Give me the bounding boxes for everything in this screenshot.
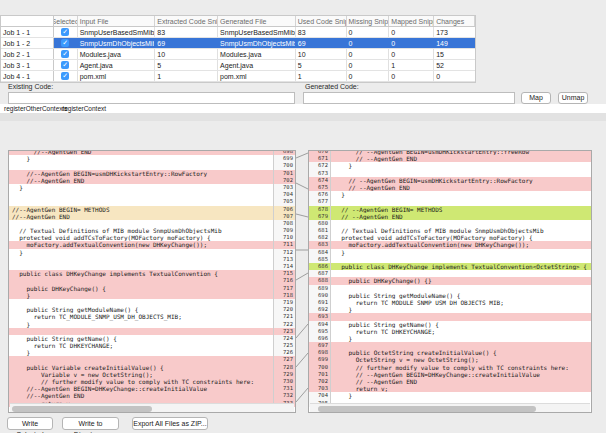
right-code-line-677: 677 <box>309 198 591 205</box>
generated-code-label: Generated Code: <box>305 83 359 90</box>
source-text <box>331 342 591 349</box>
write-to-directory-button[interactable]: Write to Directory... <box>62 417 119 430</box>
left-code-line-728: public Variable createInitialValue() {72… <box>9 364 295 371</box>
job-selected-checkbox-cell[interactable]: ✓ <box>54 60 78 70</box>
job-row-Job1-1[interactable]: Job 1 - 1✓SnmpUserBasedSmMib.java83SnmpU… <box>1 27 475 38</box>
line-number: 700 <box>309 364 331 371</box>
selected-checkbox[interactable]: ✓ <box>61 50 69 58</box>
right-code-line-678: 678 // --AgentGen BEGIN=_METHODS <box>309 206 591 213</box>
source-text: // Textual Definitions of MIB module Snm… <box>331 227 591 234</box>
right-scrollbar-thumb[interactable] <box>318 406 536 412</box>
generated-code-input[interactable] <box>303 92 515 104</box>
source-text: public String getModuleName() { <box>331 292 591 299</box>
existing-code-input[interactable] <box>8 92 295 104</box>
selected-checkbox[interactable]: ✓ <box>61 72 69 80</box>
source-text <box>9 162 273 169</box>
left-code-line-700: 700 <box>9 162 295 169</box>
line-number: 715 <box>273 270 295 277</box>
line-number: 725 <box>273 342 295 349</box>
source-text: //--AgentGen BEGIN=_METHODS <box>9 206 273 213</box>
job-row-Job2-1[interactable]: Job 2 - 1✓Modules.java10Modules.java1000… <box>1 49 475 60</box>
source-text <box>9 277 273 284</box>
source-text <box>331 256 591 263</box>
left-horizontal-scrollbar[interactable] <box>10 403 294 412</box>
right-horizontal-scrollbar[interactable] <box>310 403 590 412</box>
source-text: } <box>9 321 273 328</box>
source-text: // --AgentGen BEGIN=DHKeyChange::createI… <box>331 371 591 378</box>
left-code-line-722: }722 <box>9 321 295 328</box>
line-number: 714 <box>273 263 295 270</box>
source-text: //--AgentGen END <box>9 177 273 184</box>
right-code-line-700: 700 // further modify value to comply wi… <box>309 364 591 371</box>
source-text: public String getName() { <box>331 321 591 328</box>
job-missing-snippets: 0 <box>347 71 390 81</box>
source-text: public DHKeyChange() {} <box>331 277 591 284</box>
left-code-line-705: 705 <box>9 198 295 205</box>
unmap-button[interactable]: Unmap <box>558 92 588 104</box>
job-row-Job4-1[interactable]: Job 4 - 1✓pom.xml1pom.xml1000 <box>1 71 475 82</box>
left-code-line-715: public class DHKeyChange implements Text… <box>9 270 295 277</box>
write-selected-button[interactable]: Write Selected <box>7 417 53 430</box>
source-text: // --AgentGen BEGIN=usmDHKickstartEntry:… <box>331 177 591 184</box>
right-code-line-682: 682 protected void addTCsToFactory(MOFac… <box>309 234 591 241</box>
generated-code-panel[interactable]: 670 // --AgentGen BEGIN=usmDHKickstartEn… <box>308 150 592 413</box>
source-text <box>9 328 273 335</box>
job-used-snippets: 69 <box>296 38 347 48</box>
source-text: // further modify value to comply with T… <box>9 378 273 385</box>
left-scrollbar-thumb[interactable] <box>12 406 152 412</box>
left-code-line-717: public DHKeyChange() {717 <box>9 285 295 292</box>
col-selected: Selected <box>54 16 78 26</box>
job-missing-snippets: 0 <box>347 49 390 59</box>
line-number: 674 <box>309 177 331 184</box>
line-number: 677 <box>309 198 331 205</box>
right-code-line-676: 676 } <box>309 191 591 198</box>
line-number: 683 <box>309 241 331 248</box>
job-selected-checkbox-cell[interactable]: ✓ <box>54 71 78 81</box>
line-number: 732 <box>273 392 295 399</box>
job-input-file: Modules.java <box>78 49 156 59</box>
source-text: // --AgentGen END <box>331 155 591 162</box>
left-code-line-725: return TC_DHKEYCHANGE;725 <box>9 342 295 349</box>
line-number: 720 <box>273 306 295 313</box>
source-text: return TC_DHKEYCHANGE; <box>9 342 273 349</box>
source-text <box>331 170 591 177</box>
line-number: 698 <box>309 349 331 356</box>
existing-code-panel[interactable]: //--AgentGen END698 }699700 //--AgentGen… <box>8 150 296 413</box>
right-code-line-696: 696 } <box>309 335 591 342</box>
selected-checkbox[interactable]: ✓ <box>61 39 69 47</box>
source-text: //--AgentGen END <box>9 392 273 399</box>
job-row-Job1-2[interactable]: Job 1 - 2✓SnmpUsmDhObjectsMib.java69Snmp… <box>1 38 475 49</box>
job-row-Job3-1[interactable]: Job 3 - 1✓Agent.java5Agent.java50152 <box>1 60 475 71</box>
right-code-line-674: 674 // --AgentGen BEGIN=usmDHKickstartEn… <box>309 177 591 184</box>
selected-checkbox[interactable]: ✓ <box>61 28 69 36</box>
left-code-line-707: //--AgentGen END707 <box>9 213 295 220</box>
line-number: 675 <box>309 184 331 191</box>
line-number: 671 <box>309 155 331 162</box>
line-number: 695 <box>309 328 331 335</box>
left-code-line-708: 708 <box>9 220 295 227</box>
left-code-line-699: }699 <box>9 155 295 162</box>
left-code-line-701: //--AgentGen BEGIN=usmDHKickstartEntry::… <box>9 170 295 177</box>
line-number: 685 <box>309 256 331 263</box>
job-selected-checkbox-cell[interactable]: ✓ <box>54 49 78 59</box>
source-text: } <box>9 155 273 162</box>
right-code-line-704: 704 } <box>309 392 591 399</box>
map-button[interactable]: Map <box>521 92 551 104</box>
source-text: } <box>331 335 591 342</box>
line-number: 688 <box>309 277 331 284</box>
source-text: public Variable createInitialValue() { <box>9 364 273 371</box>
line-number: 699 <box>309 356 331 363</box>
mapped-context-row[interactable]: registerOtherContexts registerContext <box>0 104 606 113</box>
job-input-file: SnmpUserBasedSmMib.java <box>78 27 156 37</box>
line-number: 702 <box>309 378 331 385</box>
right-code-line-685: 685 <box>309 256 591 263</box>
source-text <box>331 198 591 205</box>
source-text: // --AgentGen END <box>331 213 591 220</box>
job-selected-checkbox-cell[interactable]: ✓ <box>54 27 78 37</box>
job-selected-checkbox-cell[interactable]: ✓ <box>54 38 78 48</box>
source-text: // --AgentGen END <box>331 378 591 385</box>
export-all-files-as-zip-button[interactable]: Export All Files as ZIP... <box>132 417 208 430</box>
right-code-line-694: 694 public String getName() { <box>309 321 591 328</box>
selected-checkbox[interactable]: ✓ <box>61 61 69 69</box>
job-mapped-snippets: 1 <box>389 60 434 70</box>
